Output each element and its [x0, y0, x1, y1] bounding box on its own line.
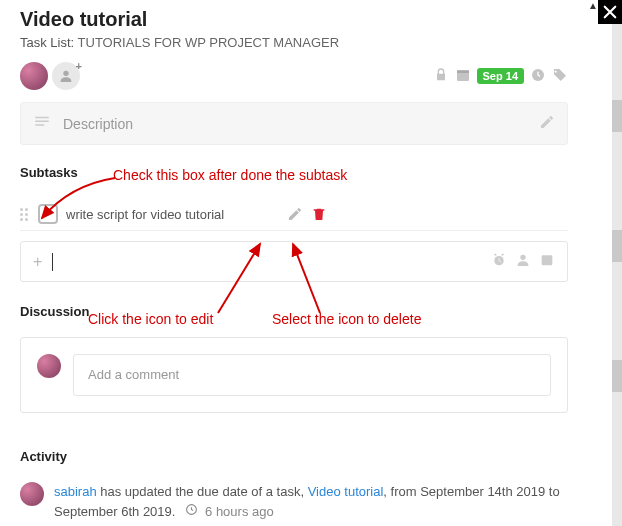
tag-icon[interactable] [552, 67, 568, 86]
pencil-icon[interactable] [539, 114, 555, 133]
alarm-icon[interactable] [491, 252, 507, 271]
activity-item: sabirah has updated the due date of a ta… [20, 482, 568, 521]
user-icon[interactable] [515, 252, 531, 271]
side-notch [612, 230, 622, 262]
meta-icons: Sep 14 [433, 67, 568, 86]
tasklist-line: Task List: TUTORIALS FOR WP PROJECT MANA… [20, 35, 568, 50]
svg-rect-6 [35, 124, 44, 126]
add-assignee-button[interactable]: + [52, 62, 80, 90]
activity-text: has updated the due date of a task, [97, 484, 308, 499]
comment-input[interactable]: Add a comment [73, 354, 551, 396]
clock-icon[interactable] [530, 67, 546, 86]
svg-rect-2 [457, 70, 469, 73]
description-placeholder: Description [63, 116, 539, 132]
delete-subtask-button[interactable] [310, 205, 328, 223]
close-button[interactable] [598, 0, 622, 24]
drag-handle-icon[interactable] [20, 208, 32, 221]
subtask-checkbox[interactable] [38, 204, 58, 224]
lock-icon[interactable] [433, 67, 449, 86]
add-subtask-box[interactable]: + [20, 241, 568, 282]
side-notch [612, 360, 622, 392]
svg-rect-4 [35, 117, 49, 119]
due-date-badge[interactable]: Sep 14 [477, 68, 524, 84]
text-cursor [52, 253, 53, 271]
subtasks-heading: Subtasks [20, 165, 568, 180]
svg-point-0 [63, 71, 68, 76]
meta-row: + Sep 14 [20, 62, 568, 90]
svg-point-8 [520, 255, 525, 260]
svg-rect-9 [542, 255, 553, 265]
clock-icon [185, 503, 201, 516]
side-notch [612, 100, 622, 132]
comment-box: Add a comment [20, 337, 568, 413]
activity-task-link[interactable]: Video tutorial [308, 484, 384, 499]
avatar [37, 354, 61, 378]
assignee-avatars: + [20, 62, 80, 90]
activity-user-link[interactable]: sabirah [54, 484, 97, 499]
avatar [20, 482, 44, 506]
calendar-icon[interactable] [455, 67, 471, 86]
tasklist-name: TUTORIALS FOR WP PROJECT MANAGER [78, 35, 339, 50]
add-subtask-input[interactable] [63, 254, 481, 270]
svg-rect-5 [35, 121, 49, 123]
subtask-title: write script for video tutorial [66, 207, 280, 222]
tasklist-prefix: Task List: [20, 35, 74, 50]
activity-timestamp: 6 hours ago [205, 504, 274, 519]
description-box[interactable]: Description [20, 102, 568, 145]
comment-placeholder: Add a comment [88, 367, 179, 382]
task-title: Video tutorial [20, 8, 568, 31]
discussion-heading: Discussion [20, 304, 568, 319]
task-panel: Video tutorial Task List: TUTORIALS FOR … [0, 0, 588, 526]
edit-subtask-button[interactable] [286, 205, 304, 223]
subtask-row: write script for video tutorial [20, 198, 568, 231]
scroll-up-arrow[interactable]: ▲ [588, 0, 598, 11]
calendar-small-icon[interactable] [539, 252, 555, 271]
description-icon [33, 113, 51, 134]
avatar[interactable] [20, 62, 48, 90]
activity-heading: Activity [20, 449, 568, 464]
plus-icon: + [33, 253, 42, 271]
